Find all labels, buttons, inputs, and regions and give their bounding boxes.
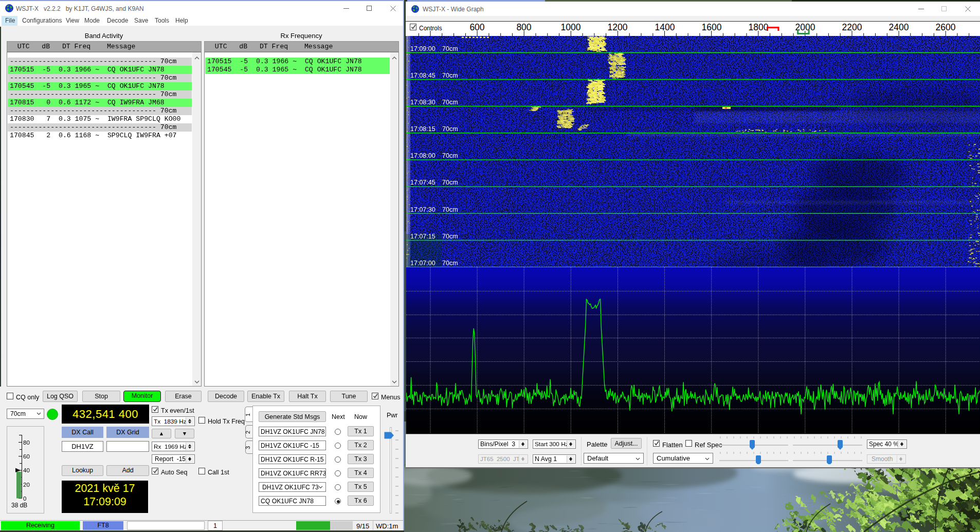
svg-text:70cm: 70cm: [442, 152, 458, 159]
svg-text:70cm: 70cm: [442, 233, 458, 240]
svg-text:20: 20: [23, 482, 30, 488]
svg-text:38 dB: 38 dB: [11, 502, 27, 509]
svg-text:17:07:00: 17:07:00: [410, 260, 435, 267]
svg-text:17:07:45: 17:07:45: [410, 179, 435, 186]
svg-text:17:08:15: 17:08:15: [410, 125, 435, 133]
svg-text:70cm: 70cm: [442, 179, 458, 186]
svg-text:17:07:30: 17:07:30: [410, 206, 435, 213]
svg-text:70cm: 70cm: [442, 45, 458, 52]
svg-text:70cm: 70cm: [442, 99, 458, 106]
svg-text:80: 80: [23, 439, 30, 446]
svg-text:40: 40: [23, 467, 30, 473]
svg-text:70cm: 70cm: [442, 206, 458, 213]
svg-text:70cm: 70cm: [442, 72, 458, 79]
svg-text:0: 0: [23, 496, 26, 502]
svg-text:17:07:15: 17:07:15: [410, 233, 435, 240]
svg-text:17:08:45: 17:08:45: [410, 72, 435, 79]
svg-text:17:08:30: 17:08:30: [410, 99, 435, 106]
svg-text:60: 60: [23, 453, 30, 460]
svg-text:70cm: 70cm: [442, 125, 458, 133]
svg-text:17:09:00: 17:09:00: [410, 45, 435, 52]
svg-text:70cm: 70cm: [442, 260, 458, 267]
svg-text:17:08:00: 17:08:00: [410, 152, 435, 159]
